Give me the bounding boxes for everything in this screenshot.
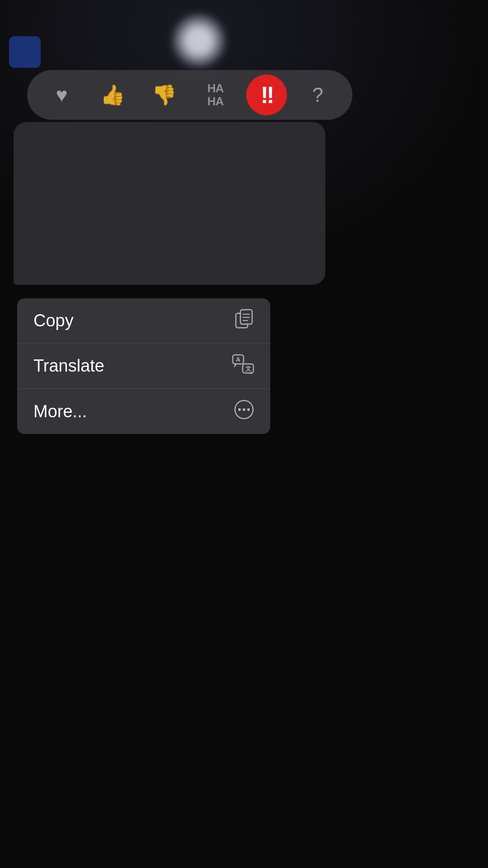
more-label: More... [33,402,87,421]
thumbsup-reaction-button[interactable]: 👍 [93,75,133,115]
svg-text:A: A [236,356,240,363]
haha-reaction-button[interactable]: HAHA [195,75,236,115]
question-icon: ? [312,84,323,106]
svg-point-11 [243,408,245,411]
copy-label: Copy [33,311,74,330]
more-menu-item[interactable]: More... [17,389,270,434]
copy-menu-item[interactable]: Copy [17,298,270,344]
exclaim-icon: !! [261,81,273,108]
heart-icon: ♥ [56,84,68,106]
thumbsdown-icon: 👎 [152,83,177,107]
contact-avatar [172,14,226,68]
question-reaction-button[interactable]: ? [297,75,338,115]
thumbsdown-reaction-button[interactable]: 👎 [144,75,184,115]
context-menu: Copy Translate A [17,298,270,434]
translate-icon: A 文 [232,354,254,378]
thumbsup-icon: 👍 [100,83,125,107]
message-bubble [14,122,325,285]
haha-icon: HAHA [207,82,224,108]
translate-label: Translate [33,356,104,376]
svg-point-12 [247,408,250,411]
avatar [9,36,41,68]
more-icon [234,400,254,424]
translate-menu-item[interactable]: Translate A 文 [17,344,270,389]
copy-icon [234,309,254,333]
svg-text:文: 文 [245,365,251,372]
emphasize-reaction-button[interactable]: !! [246,75,287,115]
heart-reaction-button[interactable]: ♥ [42,75,82,115]
bubble-tail [314,274,322,282]
reaction-bar: ♥ 👍 👎 HAHA !! ? [27,70,352,120]
svg-point-10 [238,408,241,411]
